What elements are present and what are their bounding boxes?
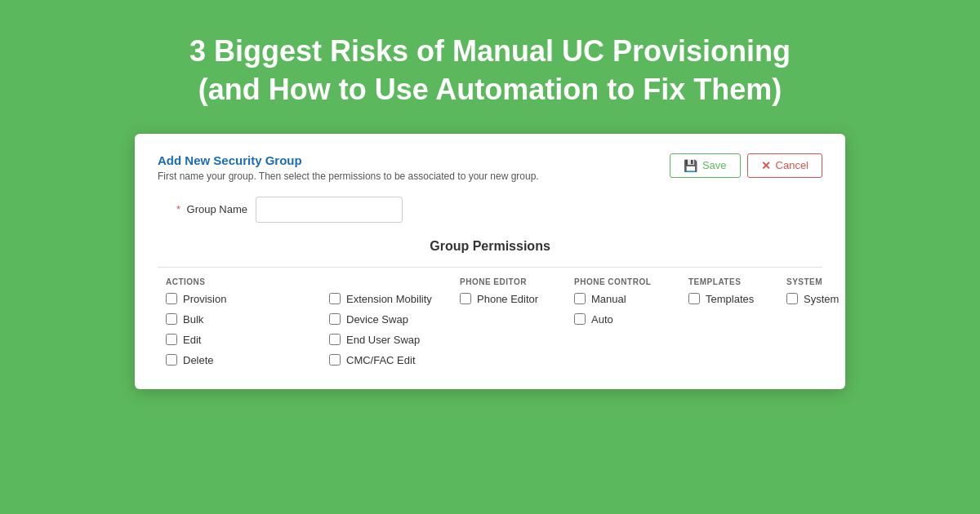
list-item: Auto <box>574 313 688 326</box>
required-indicator: * <box>176 203 180 215</box>
list-item: Manual <box>574 293 688 305</box>
page-title: 3 Biggest Risks of Manual UC Provisionin… <box>189 33 791 109</box>
checkbox-extension-mobility[interactable] <box>329 293 341 304</box>
page-background: 3 Biggest Risks of Manual UC Provisionin… <box>0 0 980 514</box>
cancel-button[interactable]: ✕ Cancel <box>747 153 822 178</box>
checkbox-auto[interactable] <box>574 313 586 325</box>
col-header-phone-editor: PHONE EDITOR <box>460 277 574 286</box>
checkbox-edit[interactable] <box>166 334 177 345</box>
checkbox-provision[interactable] <box>166 293 177 304</box>
list-item: Extension Mobility <box>329 293 460 305</box>
modal-header-info: Add New Security Group First name your g… <box>158 153 539 182</box>
col-header-system: SYSTEM <box>786 277 884 286</box>
checkbox-device-swap[interactable] <box>329 313 341 325</box>
title-area: 3 Biggest Risks of Manual UC Provisionin… <box>124 0 856 134</box>
checkbox-phone-editor[interactable] <box>460 293 471 304</box>
checkbox-end-user-swap[interactable] <box>329 334 341 345</box>
save-button[interactable]: 💾 Save <box>670 153 741 178</box>
perm-col-phone-control: Manual Auto <box>574 293 688 366</box>
col-header-actions: ACTIONS <box>166 277 329 286</box>
col-header-actions2 <box>329 277 460 286</box>
group-permissions-title: Group Permissions <box>158 239 822 254</box>
checkbox-manual[interactable] <box>574 293 586 304</box>
modal-header: Add New Security Group First name your g… <box>158 153 822 182</box>
perm-col-phone-editor: Phone Editor <box>460 293 574 366</box>
list-item: CMC/FAC Edit <box>329 354 460 366</box>
list-item: End User Swap <box>329 334 460 346</box>
col-header-phone-control: PHONE CONTROL <box>574 277 688 286</box>
perm-col-actions: Provision Bulk Edit Delete <box>166 293 329 366</box>
group-name-row: * Group Name <box>158 197 822 223</box>
permissions-rows: Provision Bulk Edit Delete <box>158 293 822 366</box>
checkbox-system[interactable] <box>786 293 798 304</box>
checkbox-cmc-fac-edit[interactable] <box>329 354 341 366</box>
perm-col-system: System <box>786 293 884 366</box>
list-item: Provision <box>166 293 329 305</box>
list-item: Delete <box>166 354 329 366</box>
save-icon: 💾 <box>684 159 697 172</box>
checkbox-delete[interactable] <box>166 354 177 366</box>
modal-header-buttons: 💾 Save ✕ Cancel <box>670 153 822 178</box>
checkbox-templates[interactable] <box>688 293 700 304</box>
list-item: Phone Editor <box>460 293 574 305</box>
modal: Add New Security Group First name your g… <box>135 134 845 389</box>
list-item: Bulk <box>166 313 329 326</box>
permissions-headers: ACTIONS PHONE EDITOR PHONE CONTROL TEMPL… <box>158 277 822 286</box>
group-name-input[interactable] <box>256 197 403 223</box>
col-header-templates: TEMPLATES <box>688 277 786 286</box>
close-icon: ✕ <box>761 159 771 172</box>
modal-subtitle: First name your group. Then select the p… <box>158 171 539 182</box>
list-item: Device Swap <box>329 313 460 326</box>
checkbox-bulk[interactable] <box>166 313 177 325</box>
permissions-table: ACTIONS PHONE EDITOR PHONE CONTROL TEMPL… <box>158 267 822 366</box>
list-item: Templates <box>688 293 786 305</box>
perm-col-templates: Templates <box>688 293 786 366</box>
list-item: Edit <box>166 334 329 346</box>
group-name-label: * Group Name <box>166 203 247 215</box>
list-item: System <box>786 293 884 305</box>
perm-col-actions2: Extension Mobility Device Swap End User … <box>329 293 460 366</box>
modal-title: Add New Security Group <box>158 153 539 167</box>
